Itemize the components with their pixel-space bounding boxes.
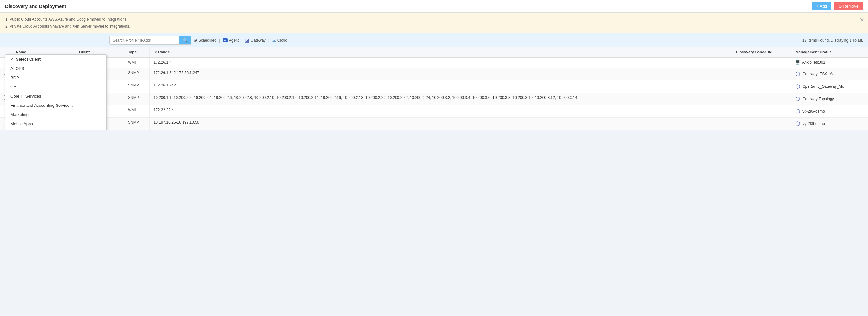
search-button[interactable]: 🔍 — [179, 36, 191, 44]
table-row: ManagementSNMP172.26.1.242-172.26.1.247⬡… — [0, 68, 868, 80]
separator1: | — [219, 38, 220, 42]
items-found-label: 12 Items Found, Displaying 1 To 10. — [802, 38, 863, 42]
separator2: | — [241, 38, 242, 42]
add-button[interactable]: + Add — [812, 2, 832, 10]
gateway-filter-label: Gateway — [250, 38, 266, 42]
row-type: WMI — [124, 105, 150, 118]
search-input[interactable] — [110, 36, 179, 44]
notice-line2: 2. Private Cloud Accounts VMware and Xen… — [5, 23, 863, 30]
col-type: Type — [124, 47, 150, 57]
mgmt-profile-name: Gateway-Topology — [802, 97, 834, 101]
search-icon: 🔍 — [183, 38, 188, 42]
agent-profile-icon: 🖥️ — [795, 60, 800, 64]
header-bar: Discovery and Deployment + Add ⊘ Remove — [0, 0, 868, 13]
row-ip-range: 172.26.1.242 — [150, 80, 732, 93]
row-mgmt-profile: ⬡vg-286-demo — [792, 118, 868, 130]
dropdown-item-opsdemo[interactable]: OpsDemo — [5, 128, 106, 130]
row-type: SNMP — [124, 93, 150, 105]
page-title: Discovery and Deployment — [5, 3, 66, 9]
table-row: SNMP Profile 26 - 30↗Core IT ServicesSNM… — [0, 118, 868, 130]
row-schedule — [732, 80, 792, 93]
header-actions: + Add ⊘ Remove — [812, 2, 863, 10]
scheduled-filter-icon: ◉ — [194, 38, 197, 42]
filter-icons: ◉ Scheduled | A Agent | ◪ Gateway | ☁ Cl… — [194, 37, 287, 43]
row-ip-range: 10.200.1.1, 10.200.2.2, 10.200.2.4, 10.2… — [150, 93, 732, 105]
row-schedule — [732, 105, 792, 118]
separator3: | — [268, 38, 269, 42]
gateway-icon: ◪ — [245, 37, 249, 43]
gateway-profile-icon: ⬡ — [795, 83, 800, 90]
scheduled-filter-label: Scheduled — [198, 38, 217, 42]
cloud-filter-label: Cloud — [277, 38, 287, 42]
notice-bar: 1. Public Cloud Accounts AWS,Azure and G… — [0, 13, 868, 33]
row-type: SNMP — [124, 68, 150, 80]
row-schedule — [732, 68, 792, 80]
row-schedule — [732, 57, 792, 68]
col-ip-range: IP Range — [150, 47, 732, 57]
table-row: ManagementSNMP172.26.1.242⬡OpsRamp_Gatew… — [0, 80, 868, 93]
mgmt-profile-name: Gateway_ESX_Mo — [802, 72, 834, 76]
search-box: 🔍 — [109, 36, 191, 45]
row-mgmt-profile: 🖥️Ankit-Test001 — [792, 57, 868, 68]
mgmt-profile-name: OpsRamp_Gateway_Mo — [802, 84, 844, 89]
row-ip-range: 172.22.22.* — [150, 105, 732, 118]
dropdown-item-finance[interactable]: Finance and Accounting Service... — [5, 101, 106, 110]
client-dropdown[interactable]: Select Client AI OPS BDP CA Core IT Serv… — [5, 54, 107, 130]
row-mgmt-profile: ⬡Gateway-Topology — [792, 93, 868, 105]
toolbar: Select Client AI OPS BDP CA Core IT Serv… — [0, 33, 868, 47]
row-ip-range: 172.26.1.* — [150, 57, 732, 68]
row-type: SNMP — [124, 80, 150, 93]
discovery-table: Name Client Type IP Range Discovery Sche… — [0, 47, 868, 130]
row-schedule — [732, 118, 792, 130]
row-ip-range: 172.26.1.242-172.26.1.247 — [150, 68, 732, 80]
table-row: SNMP10.200.1.1, 10.200.2.2, 10.200.2.4, … — [0, 93, 868, 105]
notice-line1: 1. Public Cloud Accounts AWS,Azure and G… — [5, 16, 863, 23]
remove-button[interactable]: ⊘ Remove — [834, 2, 863, 10]
gateway-profile-icon: ⬡ — [795, 70, 800, 78]
mgmt-profile-name: vg-286-demo — [802, 121, 825, 126]
toolbar-left: Select Client AI OPS BDP CA Core IT Serv… — [5, 36, 287, 45]
row-type: SNMP — [124, 118, 150, 130]
agent-filter-label: Agent — [229, 38, 239, 42]
row-ip-range: 10.197.10.26-10.197.10.50 — [150, 118, 732, 130]
table-container: Name Client Type IP Range Discovery Sche… — [0, 47, 868, 130]
dropdown-item-select-client[interactable]: Select Client — [5, 55, 106, 64]
collapse-icon[interactable]: ▲ — [858, 37, 863, 43]
dropdown-item-ca[interactable]: CA — [5, 82, 106, 91]
dropdown-item-core-it[interactable]: Core IT Services — [5, 91, 106, 101]
table-header-row: Name Client Type IP Range Discovery Sche… — [0, 47, 868, 57]
mgmt-profile-name: Ankit-Test001 — [802, 60, 825, 64]
col-schedule: Discovery Schedule — [732, 47, 792, 57]
mgmt-profile-name: vg-286-demo — [802, 109, 825, 114]
table-row: WMI172.26.1.*🖥️Ankit-Test001 — [0, 57, 868, 68]
col-mgmt-profile: Management Profile — [792, 47, 868, 57]
gateway-profile-icon: ⬡ — [795, 95, 800, 103]
gateway-profile-icon: ⬡ — [795, 120, 800, 127]
dropdown-item-bdp[interactable]: BDP — [5, 73, 106, 82]
agent-icon: A — [222, 38, 228, 42]
row-mgmt-profile: ⬡OpsRamp_Gateway_Mo — [792, 80, 868, 93]
close-icon[interactable]: ✕ — [860, 16, 864, 25]
row-mgmt-profile: ⬡Gateway_ESX_Mo — [792, 68, 868, 80]
gateway-profile-icon: ⬡ — [795, 108, 800, 115]
table-row: WMI172.22.22.*⬡vg-286-demo — [0, 105, 868, 118]
cloud-icon: ☁ — [272, 38, 276, 43]
row-schedule — [732, 93, 792, 105]
dropdown-item-marketing[interactable]: Marketing — [5, 110, 106, 119]
dropdown-item-ai-ops[interactable]: AI OPS — [5, 64, 106, 73]
row-mgmt-profile: ⬡vg-286-demo — [792, 105, 868, 118]
dropdown-item-mobile[interactable]: Mobile Apps — [5, 119, 106, 128]
row-type: WMI — [124, 57, 150, 68]
